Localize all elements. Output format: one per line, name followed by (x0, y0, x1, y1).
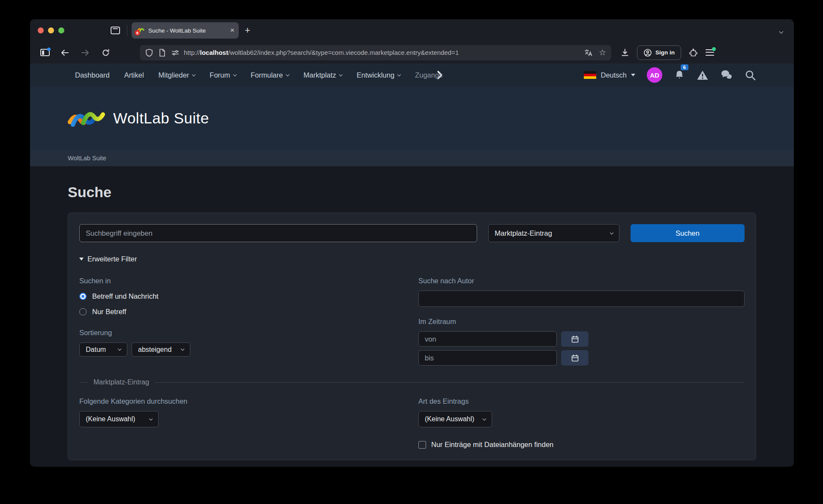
notifications-button[interactable]: 6 (674, 69, 685, 81)
nav-item-forum[interactable]: Forum (202, 71, 243, 79)
radio-option-subject-only[interactable]: Nur Betreff (79, 308, 405, 316)
close-window-button[interactable] (38, 27, 44, 33)
search-keyword-input[interactable] (79, 224, 477, 242)
calendar-to-button[interactable] (561, 350, 589, 366)
zoom-window-button[interactable] (58, 27, 64, 33)
language-selector[interactable]: Deutsch (584, 71, 635, 79)
nav-item-entwicklung[interactable]: Entwicklung (349, 71, 408, 79)
entry-type-select[interactable]: (Keine Auswahl) (418, 411, 492, 427)
sort-label: Sortierung (79, 329, 405, 337)
author-label: Suche nach Autor (418, 277, 745, 285)
reload-button[interactable] (100, 48, 111, 57)
notification-badge: 6 (681, 64, 688, 70)
chevron-down-icon (192, 72, 195, 76)
attachments-label: Nur Einträge mit Dateianhängen finden (431, 441, 553, 449)
signin-button[interactable]: Sign in (637, 45, 681, 60)
search-in-label: Suchen in (79, 277, 405, 285)
categories-column: Folgende Kategorien durchsuchen (Keine A… (79, 397, 405, 449)
site-title[interactable]: WoltLab Suite (113, 110, 209, 127)
search-form: Marktplatz-Eintrag Suchen Erweiterte Fil… (68, 213, 756, 460)
breadcrumb-item[interactable]: WoltLab Suite (68, 155, 106, 162)
nav-item-mitglieder[interactable]: Mitglieder (151, 71, 203, 79)
tab-notification-badge: 6 (135, 30, 140, 36)
minimize-window-button[interactable] (48, 27, 54, 33)
chevron-down-icon (286, 72, 289, 76)
site-navigation: Dashboard Artikel Mitglieder Forum Formu… (30, 63, 794, 87)
menu-notification-dot (712, 47, 716, 51)
period-label: Im Zeitraum (418, 318, 745, 326)
period-from-input[interactable] (418, 331, 557, 347)
nav-item-zugang[interactable]: Zugangs (408, 71, 442, 79)
search-type-select[interactable]: Marktplatz-Eintrag (488, 224, 619, 242)
tab-title: Suche - WoltLab Suite (148, 27, 228, 34)
sort-field-select[interactable]: Datum (79, 342, 127, 357)
downloads-icon[interactable] (621, 48, 629, 57)
nav-item-artikel[interactable]: Artikel (117, 71, 151, 79)
filters-left-column: Suchen in Betreff und Nachricht Nur Betr… (79, 277, 405, 366)
entry-type-column: Art des Eintrags (Keine Auswahl) Nur Ein… (418, 397, 745, 449)
radio-option-subject-message[interactable]: Betreff und Nachricht (79, 292, 405, 300)
german-flag-icon (584, 71, 596, 79)
caret-down-icon (79, 258, 84, 261)
active-tab[interactable]: 6 Suche - WoltLab Suite × (132, 22, 239, 39)
bookmark-star-icon[interactable]: ☆ (599, 48, 606, 57)
categories-select[interactable]: (Keine Auswahl) (79, 411, 159, 427)
url-text[interactable]: http://localhost/woltlab62/index.php?sea… (184, 49, 580, 56)
page-info-icon[interactable] (159, 48, 166, 57)
conversations-icon[interactable] (720, 69, 733, 81)
language-label: Deutsch (601, 71, 627, 79)
tracking-protection-shield-icon[interactable] (145, 48, 153, 57)
nav-item-formulare[interactable]: Formulare (243, 71, 296, 79)
browser-toolbar: http://localhost/woltlab62/index.php?sea… (30, 42, 794, 63)
chevron-down-icon (483, 417, 486, 420)
attachments-checkbox-row[interactable]: Nur Einträge mit Dateianhängen finden (418, 441, 745, 449)
chevron-down-icon (397, 72, 401, 76)
author-input[interactable] (418, 291, 745, 307)
sidebar-toggle-icon[interactable] (40, 49, 50, 56)
window-controls[interactable] (38, 27, 64, 33)
woltlab-logo-icon[interactable] (68, 106, 105, 131)
radio-unselected-icon[interactable] (79, 308, 87, 315)
sidebar-notification-dot (47, 48, 51, 51)
firefox-view-icon[interactable] (111, 27, 120, 34)
tab-close-icon[interactable]: × (230, 26, 234, 35)
chevron-down-icon (118, 347, 121, 351)
site-header: WoltLab Suite (30, 87, 794, 150)
chevron-down-icon (339, 72, 342, 76)
categories-label: Folgende Kategorien durchsuchen (79, 397, 405, 405)
new-tab-button[interactable]: + (245, 25, 250, 36)
sort-direction-select[interactable]: absteigend (132, 342, 190, 357)
breadcrumb: WoltLab Suite (30, 150, 794, 166)
extensions-puzzle-icon[interactable] (689, 48, 698, 57)
browser-window: 6 Suche - WoltLab Suite × + (30, 19, 794, 467)
section-legend: Marktplatz-Eintrag (79, 378, 745, 386)
checkbox-unchecked-icon[interactable] (418, 441, 426, 449)
search-icon[interactable] (745, 69, 756, 81)
nav-item-dashboard[interactable]: Dashboard (68, 71, 117, 79)
entry-type-label: Art des Eintrags (418, 397, 745, 405)
forward-button[interactable] (80, 48, 91, 57)
main-content: Suche Marktplatz-Eintrag Suchen Erweiter… (30, 166, 794, 467)
moderation-warning-icon[interactable] (697, 70, 709, 81)
menu-hamburger-icon[interactable] (706, 49, 714, 56)
nav-item-marktplatz[interactable]: Marktplatz (296, 71, 349, 79)
chevron-down-icon (181, 347, 184, 351)
translate-icon[interactable] (584, 49, 593, 57)
permissions-icon[interactable] (171, 49, 180, 56)
url-bar[interactable]: http://localhost/woltlab62/index.php?sea… (140, 45, 611, 60)
avatar[interactable]: AD (647, 67, 662, 83)
tab-bar: 6 Suche - WoltLab Suite × + (30, 19, 794, 42)
period-to-input[interactable] (418, 350, 557, 366)
back-button[interactable] (59, 48, 70, 57)
web-content: Dashboard Artikel Mitglieder Forum Formu… (30, 63, 794, 467)
filters-right-column: Suche nach Autor Im Zeitraum (418, 277, 745, 366)
toolbar-right: Sign in (621, 45, 714, 60)
signin-label: Sign in (655, 49, 675, 56)
list-all-tabs-icon[interactable] (780, 27, 783, 35)
chevron-down-icon (233, 72, 237, 76)
calendar-from-button[interactable] (561, 331, 589, 347)
radio-selected-icon[interactable] (79, 293, 87, 300)
chevron-down-icon (631, 74, 635, 76)
search-submit-button[interactable]: Suchen (631, 224, 745, 242)
advanced-filters-toggle[interactable]: Erweiterte Filter (79, 255, 745, 263)
